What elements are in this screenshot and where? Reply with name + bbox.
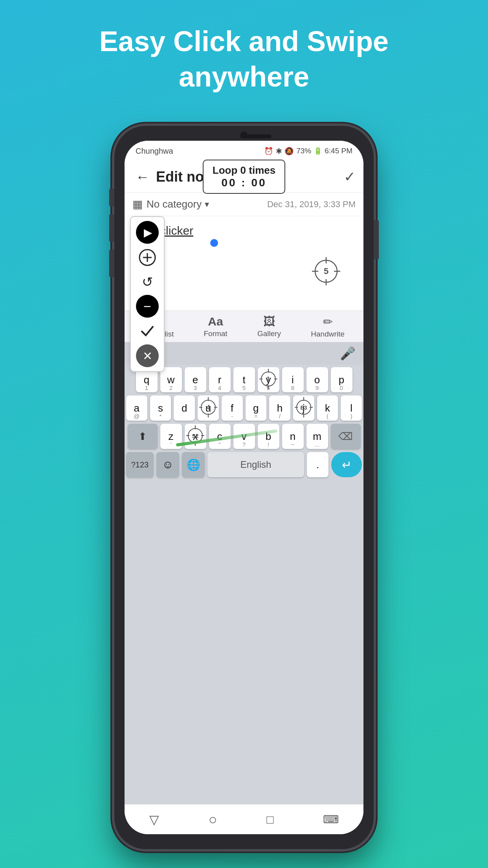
key-p[interactable]: p0 — [331, 367, 352, 392]
key-f[interactable]: f- — [222, 395, 243, 421]
app-bar: ← Edit note Loop 0 times 00 : 00 ✓ — [125, 161, 363, 193]
crosshair-jE3: j E3 — [293, 395, 314, 421]
close-button[interactable]: ✕ — [136, 344, 159, 367]
handwrite-icon: ✏ — [323, 315, 333, 329]
format-label: Format — [204, 329, 227, 338]
keyboard-section: En 🎤 q1 w2 e3 r4 t5 — [125, 342, 363, 804]
phone-screen: Chunghwa ⏰ ✱ 🔕 73% 🔋 6:45 PM ← Edit note… — [125, 141, 363, 834]
battery-text: 73% — [296, 147, 311, 155]
phone-frame: Chunghwa ⏰ ✱ 🔕 73% 🔋 6:45 PM ← Edit note… — [114, 126, 374, 849]
svg-text:5: 5 — [324, 266, 328, 276]
gallery-label: Gallery — [257, 329, 281, 338]
loop-line1: Loop 0 times — [212, 164, 276, 177]
confirm-button[interactable] — [136, 319, 159, 342]
note-underline-text: clicker — [160, 224, 193, 237]
key-d[interactable]: d — [174, 395, 195, 421]
num-key[interactable]: ?123 — [126, 452, 154, 477]
crosshair-y1: y 6 1 — [258, 367, 279, 392]
loop-line2: 00 : 00 — [212, 177, 276, 189]
key-g[interactable]: g= — [246, 395, 267, 421]
cursor-drop — [210, 239, 218, 247]
key-k[interactable]: k( — [317, 395, 338, 421]
date-text: Dec 31, 2019, 3:33 PM — [267, 199, 356, 210]
key-t[interactable]: t5 — [233, 367, 255, 392]
key-o[interactable]: o9 — [306, 367, 328, 392]
crosshair-u4: u 4 — [198, 395, 219, 421]
key-row-2: a@ s* d u 4 — [126, 395, 362, 421]
key-m[interactable]: m... — [306, 424, 328, 449]
key-rows: q1 w2 e3 r4 t5 y 6 — [125, 365, 363, 480]
power-button[interactable] — [374, 220, 379, 259]
note-area[interactable]: Auto clicker 5 — [125, 216, 363, 311]
alarm-icon: ⏰ — [264, 147, 273, 156]
emoji-key[interactable]: ☺ — [156, 452, 179, 477]
period-key[interactable]: . — [307, 452, 328, 477]
vibrate-icon: 🔕 — [284, 147, 294, 156]
mute-button[interactable] — [109, 189, 114, 206]
format-icon: Aa — [208, 315, 223, 328]
return-key[interactable]: ↵ — [331, 452, 362, 477]
speaker — [240, 134, 272, 138]
headline-line2: anywhere — [99, 59, 389, 94]
space-key[interactable]: English — [207, 452, 304, 477]
gallery-button[interactable]: 🖼 Gallery — [257, 315, 281, 338]
float-toolbar: ▶ ↺ − — [130, 216, 165, 372]
crosshair-5: 5 — [310, 256, 342, 289]
loop-button[interactable]: ↺ — [136, 270, 159, 293]
loop-box[interactable]: Loop 0 times 00 : 00 — [203, 160, 285, 194]
key-n[interactable]: n~ — [282, 424, 304, 449]
volume-down-button[interactable] — [109, 250, 114, 277]
key-w[interactable]: w2 — [160, 367, 182, 392]
nav-recent-icon[interactable]: □ — [266, 813, 273, 826]
key-a[interactable]: a@ — [126, 395, 147, 421]
time-text: 6:45 PM — [325, 147, 352, 155]
minus-button[interactable]: − — [136, 295, 159, 318]
add-button[interactable] — [136, 246, 159, 269]
nav-bar: ▽ ○ □ ⌨ — [125, 804, 363, 834]
nav-home-icon[interactable]: ○ — [209, 811, 217, 828]
key-row-4: ?123 ☺ 🌐 English . ↵ — [126, 452, 362, 477]
category-name: No category — [147, 198, 202, 210]
globe-key[interactable]: 🌐 — [182, 452, 205, 477]
key-e[interactable]: e3 — [185, 367, 206, 392]
backspace-key[interactable]: ⌫ — [331, 424, 361, 449]
category-bar: ▦ No category ▾ Dec 31, 2019, 3:33 PM — [125, 193, 363, 216]
key-h[interactable]: h/ — [269, 395, 290, 421]
carrier-text: Chunghwa — [136, 147, 173, 156]
format-button[interactable]: Aa Format — [204, 315, 227, 338]
key-s[interactable]: s* — [150, 395, 171, 421]
nav-back-icon[interactable]: ▽ — [149, 812, 159, 827]
back-button[interactable]: ← — [132, 166, 153, 188]
check-button[interactable]: ✓ — [344, 169, 356, 185]
handwrite-label: Handwrite — [311, 330, 345, 338]
status-icons: ⏰ ✱ 🔕 73% 🔋 6:45 PM — [264, 147, 352, 156]
mic-icon[interactable]: 🎤 — [340, 346, 356, 361]
category-arrow-icon[interactable]: ▾ — [205, 199, 209, 210]
nav-keyboard-icon[interactable]: ⌨ — [323, 813, 339, 826]
battery-icon: 🔋 — [314, 147, 322, 155]
category-icon: ▦ — [132, 198, 143, 211]
key-b[interactable]: b! — [258, 424, 279, 449]
bluetooth-icon: ✱ — [276, 147, 282, 156]
gallery-icon: 🖼 — [263, 315, 275, 328]
play-button[interactable]: ▶ — [136, 221, 159, 244]
crosshair-xS2: x S2 — [185, 424, 206, 449]
headline: Easy Click and Swipe anywhere — [68, 24, 420, 94]
shift-key[interactable]: ⬆ — [128, 424, 158, 449]
key-i[interactable]: i8 — [282, 367, 304, 392]
volume-up-button[interactable] — [109, 214, 114, 242]
key-l[interactable]: l) — [341, 395, 362, 421]
key-r[interactable]: r4 — [209, 367, 231, 392]
status-bar: Chunghwa ⏰ ✱ 🔕 73% 🔋 6:45 PM — [125, 141, 363, 161]
handwrite-button[interactable]: ✏ Handwrite — [311, 315, 345, 338]
headline-line1: Easy Click and Swipe — [99, 24, 389, 59]
phone-wrapper: Chunghwa ⏰ ✱ 🔕 73% 🔋 6:45 PM ← Edit note… — [114, 126, 374, 849]
